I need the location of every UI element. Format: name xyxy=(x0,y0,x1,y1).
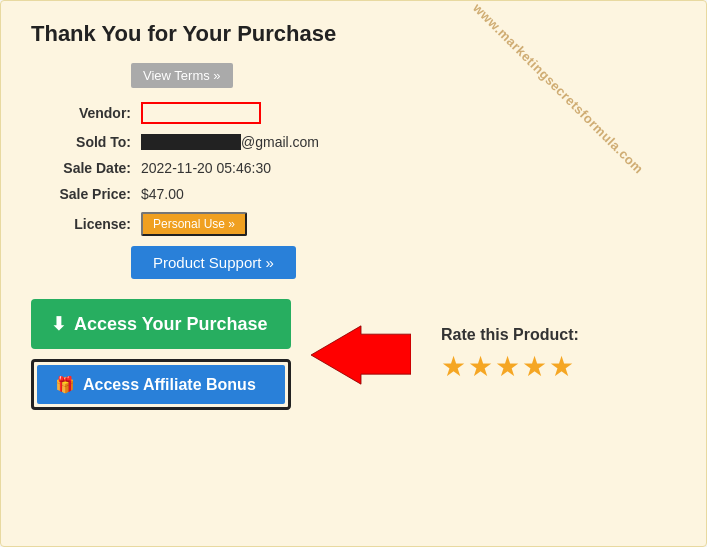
download-icon xyxy=(51,313,66,335)
red-arrow-icon xyxy=(311,325,411,385)
license-row: License: Personal Use » xyxy=(41,212,676,236)
left-buttons: Access Your Purchase Access Affiliate Bo… xyxy=(31,299,291,410)
sale-price-label: Sale Price: xyxy=(41,186,131,202)
access-affiliate-wrapper: Access Affiliate Bonus xyxy=(31,359,291,410)
star-rating: ★ ★ ★ ★ ★ xyxy=(441,350,574,383)
main-card: Thank You for Your Purchase View Terms »… xyxy=(0,0,707,547)
star-4[interactable]: ★ xyxy=(522,350,547,383)
rate-section: Rate this Product: ★ ★ ★ ★ ★ xyxy=(441,326,579,383)
license-label: License: xyxy=(41,216,131,232)
gift-icon xyxy=(55,375,75,394)
vendor-label: Vendor: xyxy=(41,105,131,121)
sold-to-label: Sold To: xyxy=(41,134,131,150)
star-5[interactable]: ★ xyxy=(549,350,574,383)
access-purchase-label: Access Your Purchase xyxy=(74,314,267,335)
view-terms-button[interactable]: View Terms » xyxy=(131,63,233,88)
access-affiliate-label: Access Affiliate Bonus xyxy=(83,376,256,394)
email-suffix: @gmail.com xyxy=(241,134,319,150)
sale-price-row: Sale Price: $47.00 xyxy=(41,186,676,202)
svg-marker-0 xyxy=(311,325,411,383)
sale-date-label: Sale Date: xyxy=(41,160,131,176)
sale-date-value: 2022-11-20 05:46:30 xyxy=(141,160,271,176)
access-purchase-button[interactable]: Access Your Purchase xyxy=(31,299,291,349)
sold-to-row: Sold To: @gmail.com xyxy=(41,134,676,150)
star-1[interactable]: ★ xyxy=(441,350,466,383)
product-support-button[interactable]: Product Support » xyxy=(131,246,296,279)
vendor-value-box xyxy=(141,102,261,124)
sale-price-value: $47.00 xyxy=(141,186,184,202)
star-3[interactable]: ★ xyxy=(495,350,520,383)
page-title: Thank You for Your Purchase xyxy=(31,21,676,47)
email-redacted xyxy=(141,134,241,150)
bottom-section: Access Your Purchase Access Affiliate Bo… xyxy=(31,299,676,410)
sold-to-value: @gmail.com xyxy=(141,134,319,150)
rate-label: Rate this Product: xyxy=(441,326,579,344)
access-affiliate-button[interactable]: Access Affiliate Bonus xyxy=(37,365,285,404)
license-badge-button[interactable]: Personal Use » xyxy=(141,212,247,236)
arrow-wrapper xyxy=(311,325,411,385)
sale-date-row: Sale Date: 2022-11-20 05:46:30 xyxy=(41,160,676,176)
star-2[interactable]: ★ xyxy=(468,350,493,383)
